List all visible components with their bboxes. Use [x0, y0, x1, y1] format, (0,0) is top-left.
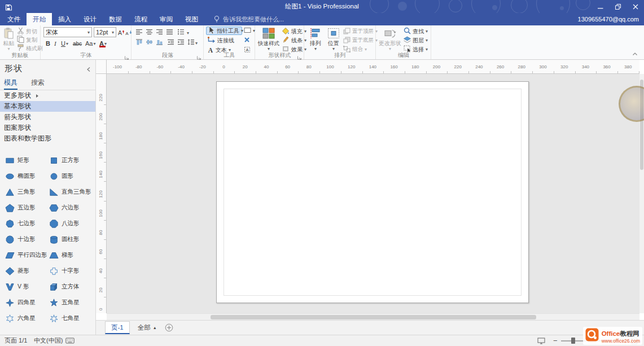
zoom-slider-thumb[interactable] [571, 338, 575, 344]
drawing-canvas[interactable] [107, 74, 639, 313]
connector-tool-button[interactable]: 连接线 [207, 36, 234, 45]
ribbon-tab-file[interactable]: 文件 [1, 13, 27, 25]
drawing-page[interactable] [216, 81, 529, 303]
stencil-arrow-shapes[interactable]: 箭头形状 [0, 112, 95, 122]
align-bottom-button[interactable] [156, 38, 163, 46]
line-button[interactable]: 线条 ▾ [282, 36, 306, 45]
pointer-tool-button[interactable]: 指针工具 ▾ [206, 27, 242, 35]
shape-triangle[interactable]: 三角形 [5, 184, 49, 200]
shape-star6[interactable]: 六角星 [5, 310, 49, 326]
align-center-button[interactable] [146, 28, 153, 36]
page-tab-page1[interactable]: 页-1 [105, 321, 130, 334]
line-spacing-caret[interactable]: ▾ [195, 39, 198, 47]
ribbon-tab-data[interactable]: 数据 [103, 13, 128, 25]
align-button[interactable]: 排列 ▾ [307, 27, 324, 52]
format-painter-button[interactable]: 格式刷 [17, 44, 43, 52]
tell-me-box[interactable]: 告诉我您想要做什么... [213, 13, 284, 25]
justify-button[interactable] [166, 28, 173, 36]
font-size-combo[interactable]: 12pt ▾ [94, 27, 116, 37]
ribbon-tab-design[interactable]: 设计 [77, 13, 103, 25]
increase-indent-button[interactable] [177, 38, 185, 46]
shape-heptagon[interactable]: 七边形 [5, 216, 49, 231]
shape-circle[interactable]: 圆形 [49, 168, 98, 184]
shape-cylinder[interactable]: 圆柱形 [49, 231, 98, 247]
keyboard-icon[interactable] [65, 338, 75, 345]
strikethrough-button[interactable]: abc [72, 39, 83, 48]
collapse-ribbon-button[interactable] [630, 51, 639, 58]
align-middle-button[interactable] [146, 38, 153, 46]
bring-to-front-button[interactable]: 置于顶层 ▾ [343, 27, 378, 36]
connection-point-button[interactable] [244, 36, 250, 45]
save-icon[interactable] [5, 3, 12, 13]
shape-square[interactable]: 正方形 [49, 152, 98, 168]
shape-diamond[interactable]: 菱形 [5, 263, 49, 279]
copy-button[interactable]: 复制 [17, 36, 37, 44]
minimize-button[interactable] [592, 0, 609, 13]
change-case-button[interactable]: Aa ▾ [84, 39, 97, 48]
ribbon-tab-process[interactable]: 流程 [128, 13, 154, 25]
quick-styles-button[interactable]: 快速样式 ▾ [257, 27, 281, 52]
italic-button[interactable]: I [53, 39, 58, 48]
horizontal-scrollbar-thumb[interactable] [211, 315, 536, 319]
page-indicator[interactable]: 页面 1/1 [5, 335, 27, 346]
bold-button[interactable]: B [45, 39, 51, 48]
shape-rect[interactable]: 矩形 [5, 152, 49, 168]
bullets-button[interactable] [177, 28, 185, 36]
tab-stencils[interactable]: 模具 [4, 76, 17, 90]
shape-hexagon[interactable]: 六边形 [49, 200, 98, 216]
shape-decagon[interactable]: 十边形 [5, 231, 49, 247]
shape-parallelogram[interactable]: 平行四边形 [5, 247, 49, 263]
bullets-caret-icon[interactable]: ▾ [187, 29, 189, 37]
send-to-back-button[interactable]: 置于底层 ▾ [343, 36, 378, 45]
h-ruler[interactable]: -100-80-60-40-20020406080100120140160180… [107, 60, 639, 74]
rectangle-tool-button[interactable]: ▾ [244, 27, 255, 35]
page-tab-all[interactable]: 全部 ▲ [138, 323, 157, 332]
ribbon-tab-home[interactable]: 开始 [27, 13, 52, 25]
shape-trapezoid[interactable]: 梯形 [49, 247, 98, 263]
horizontal-scrollbar[interactable] [107, 313, 639, 320]
ribbon-tab-review[interactable]: 审阅 [154, 13, 179, 25]
find-button[interactable]: 查找 ▾ [404, 27, 428, 36]
decrease-indent-button[interactable] [167, 38, 174, 46]
more-shapes-item[interactable]: 更多形状 [0, 90, 95, 101]
presentation-mode-icon[interactable] [537, 338, 545, 345]
collapse-panel-icon[interactable] [86, 64, 91, 75]
align-left-button[interactable] [135, 28, 143, 36]
cut-button[interactable]: 剪切 [17, 27, 37, 36]
restore-button[interactable] [609, 0, 627, 13]
ribbon-tab-insert[interactable]: 插入 [52, 13, 77, 25]
layers-button[interactable]: 图层 ▾ [404, 36, 428, 45]
language-indicator[interactable]: 中文(中国) [34, 335, 63, 346]
shape-vee[interactable]: V 形 [5, 279, 49, 295]
align-right-button[interactable] [156, 28, 163, 36]
shape-pentagon[interactable]: 五边形 [5, 200, 49, 216]
underline-button[interactable]: U ▾ [60, 39, 69, 48]
close-button[interactable] [627, 0, 644, 13]
align-top-button[interactable] [135, 38, 143, 46]
shape-right-triangle[interactable]: 直角三角形 [49, 184, 98, 200]
paste-button[interactable]: 粘贴 ▾ [1, 27, 16, 52]
shape-octagon[interactable]: 八边形 [49, 216, 98, 231]
font-name-combo[interactable]: 宋体 ▾ [43, 27, 92, 37]
shape-cube[interactable]: 立方体 [49, 279, 98, 295]
ribbon-tab-view[interactable]: 视图 [179, 13, 204, 25]
position-button[interactable]: 位置 ▾ [325, 27, 342, 52]
stencil-pattern-shapes[interactable]: 图案形状 [0, 122, 95, 133]
add-page-button[interactable] [165, 323, 173, 332]
shape-star7[interactable]: 七角星 [49, 310, 98, 326]
stencil-basic-shapes[interactable]: 基本形状 [0, 101, 95, 112]
v-ruler[interactable]: 220200180160140120100806040200 [96, 74, 107, 313]
zoom-out-button[interactable]: − [553, 335, 558, 346]
fill-button[interactable]: 填充 ▾ [282, 27, 306, 36]
shape-cross[interactable]: 十字形 [49, 263, 98, 279]
tab-search[interactable]: 搜索 [31, 76, 45, 90]
stencil-chart-math-shapes[interactable]: 图表和数学图形 [0, 133, 95, 144]
shrink-font-button[interactable]: A [125, 28, 132, 37]
grow-font-button[interactable]: A [117, 28, 125, 37]
shape-star4[interactable]: 四角星 [5, 295, 49, 310]
account-email[interactable]: 1309655470@qq.com [578, 13, 639, 25]
shape-star5[interactable]: 五角星 [49, 295, 98, 310]
line-spacing-button[interactable] [187, 38, 195, 46]
change-shape-button[interactable]: 更改形状 ▾ [378, 27, 402, 52]
shape-ellipse[interactable]: 椭圆形 [5, 168, 49, 184]
